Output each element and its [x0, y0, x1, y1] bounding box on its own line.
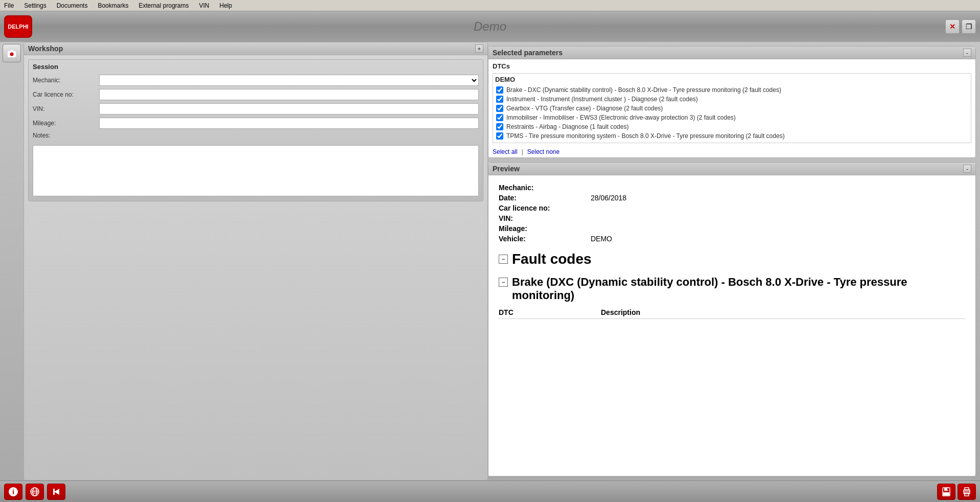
- svg-text:i: i: [12, 488, 14, 496]
- list-item: Gearbox - VTG (Transfer case) - Diagnose…: [495, 104, 969, 113]
- menu-bookmarks[interactable]: Bookmarks: [96, 1, 130, 10]
- delphi-logo: DELPHI: [4, 15, 32, 38]
- restore-button[interactable]: ❐: [962, 19, 976, 34]
- select-separator: |: [522, 148, 523, 155]
- workshop-panel: Workshop + Session Mechanic: Car licence…: [24, 42, 488, 481]
- dtc-checkbox-6[interactable]: [496, 132, 503, 140]
- dtc-text-3: Gearbox - VTG (Transfer case) - Diagnose…: [506, 105, 663, 112]
- menu-file[interactable]: File: [2, 1, 16, 10]
- dtc-list-container: DEMO Brake - DXC (Dynamic stability cont…: [493, 73, 971, 143]
- car-licence-row: Car licence no:: [33, 89, 479, 100]
- dtc-checkbox-5[interactable]: [496, 123, 503, 130]
- workshop-panel-header: Workshop +: [24, 42, 487, 55]
- mechanic-select[interactable]: [99, 75, 479, 86]
- svg-rect-17: [965, 488, 969, 490]
- select-none-link[interactable]: Select none: [527, 148, 559, 155]
- preview-vehicle-row: Vehicle: DEMO: [499, 235, 965, 243]
- brake-heading: − Brake (DXC (Dynamic stability control)…: [499, 276, 965, 302]
- vin-label: VIN:: [33, 105, 99, 112]
- preview-content[interactable]: Mechanic: Date: 28/06/2018 Car licence n…: [488, 175, 975, 476]
- vin-input[interactable]: [99, 103, 479, 115]
- close-button[interactable]: ✕: [945, 19, 960, 34]
- menu-bar: File Settings Documents Bookmarks Extern…: [0, 0, 980, 11]
- preview-panel: Preview - Mechanic: Date: 28/06/2018 Car…: [488, 162, 976, 476]
- menu-vin[interactable]: VIN: [197, 1, 211, 10]
- dtc-checkbox-2[interactable]: [496, 96, 503, 103]
- preview-vin-label: VIN:: [499, 214, 591, 222]
- demo-label: DEMO: [495, 76, 969, 83]
- menu-documents[interactable]: Documents: [55, 1, 90, 10]
- preview-vehicle-label: Vehicle:: [499, 235, 591, 243]
- mileage-label: Mileage:: [33, 120, 99, 127]
- camera-icon-button[interactable]: [3, 44, 21, 62]
- workshop-collapse-button[interactable]: +: [475, 44, 483, 53]
- notes-row: Notes:: [33, 132, 479, 139]
- preview-mileage-label: Mileage:: [499, 224, 591, 233]
- workshop-content: Session Mechanic: Car licence no: VIN:: [24, 55, 487, 209]
- save-button[interactable]: [937, 484, 955, 500]
- dtc-text-4: Immobiliser - Immobiliser - EWS3 (Electr…: [506, 114, 736, 121]
- fault-codes-heading: − Fault codes: [499, 251, 965, 267]
- info-button[interactable]: i: [4, 484, 22, 500]
- main-layout: Workshop + Session Mechanic: Car licence…: [0, 42, 980, 481]
- fault-codes-collapse-icon[interactable]: −: [499, 255, 508, 264]
- dtc-text-1: Brake - DXC (Dynamic stability control) …: [506, 86, 781, 94]
- bottom-toolbar: i: [0, 481, 980, 502]
- session-section: Session Mechanic: Car licence no: VIN:: [28, 59, 483, 201]
- svg-marker-10: [54, 489, 59, 495]
- selected-params-collapse-button[interactable]: -: [963, 49, 971, 57]
- app-title: Demo: [474, 19, 506, 34]
- dtc-text-5: Restraints - Airbag - Diagnose (1 fault …: [506, 123, 628, 130]
- preview-collapse-button[interactable]: -: [963, 165, 971, 173]
- svg-rect-14: [943, 492, 949, 495]
- dtc-section: DTCs DEMO Brake - DXC (Dynamic stability…: [488, 59, 975, 146]
- svg-rect-18: [965, 493, 969, 496]
- dtc-checkbox-3[interactable]: [496, 105, 503, 112]
- www-button[interactable]: [26, 484, 44, 500]
- back-button[interactable]: [47, 484, 65, 500]
- brake-heading-text: Brake (DXC (Dynamic stability control) -…: [512, 276, 965, 302]
- dtc-text-2: Instrument - Instrument (Instrument clus…: [506, 96, 698, 103]
- preview-mechanic-label: Mechanic:: [499, 184, 591, 192]
- right-content: Selected parameters - DTCs DEMO Brake - …: [488, 42, 980, 481]
- menu-settings[interactable]: Settings: [22, 1, 48, 10]
- session-title: Session: [33, 63, 479, 71]
- dtc-checkbox-4[interactable]: [496, 114, 503, 121]
- list-item: TPMS - Tire pressure monitoring system -…: [495, 131, 969, 141]
- select-all-link[interactable]: Select all: [493, 148, 518, 155]
- preview-title: Preview: [493, 165, 520, 173]
- list-item: Immobiliser - Immobiliser - EWS3 (Electr…: [495, 113, 969, 122]
- preview-vin-row: VIN:: [499, 214, 965, 222]
- workshop-panel-title: Workshop: [28, 44, 63, 53]
- dtc-text-6: TPMS - Tire pressure monitoring system -…: [506, 132, 785, 140]
- window-controls: ✕ ❐: [945, 19, 976, 34]
- fault-codes-heading-text: Fault codes: [512, 251, 592, 267]
- description-column-header: Description: [601, 308, 965, 316]
- brake-collapse-icon[interactable]: −: [499, 278, 508, 287]
- selected-params-title: Selected parameters: [493, 49, 563, 57]
- preview-header: Preview -: [488, 163, 975, 175]
- title-bar: DELPHI Demo ✕ ❐: [0, 11, 980, 42]
- preview-date-label: Date:: [499, 194, 591, 202]
- list-item: Restraints - Airbag - Diagnose (1 fault …: [495, 122, 969, 131]
- preview-car-licence-label: Car licence no:: [499, 204, 591, 212]
- car-licence-input[interactable]: [99, 89, 479, 100]
- list-item: Instrument - Instrument (Instrument clus…: [495, 95, 969, 104]
- vin-row: VIN:: [33, 103, 479, 115]
- mileage-input[interactable]: [99, 118, 479, 129]
- dtc-checkbox-1[interactable]: [496, 86, 503, 94]
- bottom-left-icons: i: [4, 484, 65, 500]
- menu-external-programs[interactable]: External programs: [136, 1, 191, 10]
- preview-car-licence-row: Car licence no:: [499, 204, 965, 212]
- dtc-column-header: DTC: [499, 308, 601, 316]
- menu-help[interactable]: Help: [218, 1, 235, 10]
- mileage-row: Mileage:: [33, 118, 479, 129]
- preview-vehicle-value: DEMO: [591, 235, 612, 243]
- notes-textarea[interactable]: [33, 145, 479, 196]
- mechanic-label: Mechanic:: [33, 77, 99, 84]
- bottom-right-buttons: [937, 484, 976, 500]
- svg-point-1: [10, 53, 14, 56]
- svg-rect-2: [10, 50, 13, 52]
- list-item: Brake - DXC (Dynamic stability control) …: [495, 85, 969, 95]
- print-button[interactable]: [958, 484, 976, 500]
